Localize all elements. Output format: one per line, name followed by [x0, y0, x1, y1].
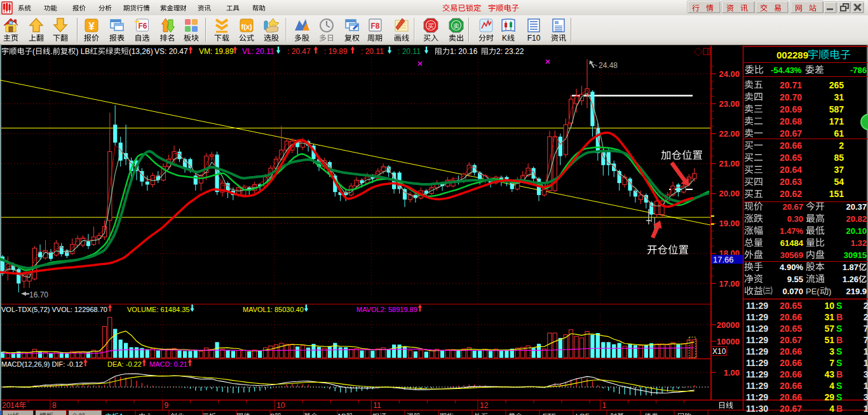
svg-text:11:29: 11:29 — [746, 381, 768, 391]
svg-text:¥: ¥ — [88, 20, 95, 32]
svg-text:23.00: 23.00 — [719, 99, 740, 109]
svg-text:11:29: 11:29 — [746, 392, 768, 402]
svg-text:MACD(12,26,9) DIF: -0.12: MACD(12,26,9) DIF: -0.12 — [1, 360, 83, 368]
svg-text:21.00: 21.00 — [719, 159, 740, 168]
svg-text:K: K — [502, 34, 507, 43]
svg-text:DEA: -0.22: DEA: -0.22 — [107, 360, 142, 368]
svg-text:1: 1 — [864, 346, 868, 357]
svg-text:29: 29 — [824, 392, 834, 402]
svg-text:0.070: 0.070 — [783, 287, 804, 296]
svg-text:30915: 30915 — [844, 250, 867, 260]
svg-text:F8: F8 — [371, 22, 380, 31]
svg-text:1: 20.16: 1: 20.16 — [450, 47, 478, 56]
svg-text:: 20.11: : 20.11 — [361, 47, 384, 56]
svg-text:20.66: 20.66 — [780, 392, 802, 402]
svg-text:AB: AB — [337, 412, 346, 415]
svg-text:) LB: ) LB — [76, 47, 90, 56]
svg-text:20.66: 20.66 — [780, 358, 802, 368]
svg-text:MAVOL2: 58919.89: MAVOL2: 58919.89 — [356, 306, 417, 313]
svg-text:171: 171 — [829, 116, 844, 126]
svg-text:: 20.47: : 20.47 — [287, 47, 311, 56]
svg-text:0.30: 0.30 — [787, 214, 803, 224]
svg-text:8: 8 — [52, 401, 57, 410]
svg-text:24.48: 24.48 — [599, 61, 618, 70]
svg-text:11:29: 11:29 — [746, 323, 768, 334]
svg-text:B: B — [270, 412, 275, 415]
svg-text:11:29: 11:29 — [746, 312, 768, 322]
svg-text:20.67: 20.67 — [780, 128, 802, 139]
svg-text:F6: F6 — [139, 22, 147, 31]
svg-text:20.67: 20.67 — [780, 404, 802, 414]
svg-text:B: B — [836, 404, 843, 414]
svg-text:11:30: 11:30 — [746, 404, 768, 414]
svg-text:f(x): f(x) — [241, 23, 252, 31]
svg-text:37: 37 — [834, 165, 844, 175]
svg-text:43: 43 — [824, 369, 834, 379]
svg-text:(13,26): (13,26) — [129, 47, 153, 56]
svg-text:MAVOL1: 85030.40: MAVOL1: 85030.40 — [243, 306, 304, 313]
svg-text:20.63: 20.63 — [780, 177, 802, 187]
svg-text:1.32: 1.32 — [851, 238, 867, 248]
svg-text:3: 3 — [829, 346, 834, 357]
svg-text:20.70: 20.70 — [780, 92, 802, 102]
svg-text:S: S — [836, 392, 842, 402]
svg-text:20.67: 20.67 — [780, 335, 802, 345]
svg-text:30569: 30569 — [780, 250, 803, 260]
svg-text:S: S — [836, 301, 842, 311]
svg-text:7: 7 — [829, 358, 834, 368]
svg-text:2014: 2014 — [2, 401, 19, 410]
svg-text:11: 11 — [373, 401, 381, 410]
svg-text:LOF: LOF — [576, 412, 590, 415]
svg-text:9.55: 9.55 — [787, 275, 803, 284]
svg-text:1: 1 — [864, 358, 868, 368]
svg-text:VL: 20.11: VL: 20.11 — [242, 47, 275, 56]
svg-text:S: S — [836, 358, 842, 368]
svg-text:S: S — [836, 381, 842, 391]
svg-text:4.90%: 4.90% — [780, 262, 803, 272]
svg-text:20.66: 20.66 — [780, 312, 802, 322]
svg-text:: 20.11: : 20.11 — [398, 47, 421, 56]
svg-text:X10: X10 — [712, 347, 726, 356]
svg-text:MACD: 0.21: MACD: 0.21 — [149, 360, 187, 368]
svg-text:219.9: 219.9 — [846, 287, 867, 296]
svg-text:587: 587 — [829, 104, 844, 114]
svg-text:4: 4 — [829, 381, 834, 391]
svg-text:51: 51 — [824, 335, 834, 345]
svg-text:20.65: 20.65 — [780, 153, 802, 163]
svg-text:11:29: 11:29 — [746, 301, 768, 311]
svg-text:1.00: 1.00 — [724, 368, 740, 378]
svg-text:20.00: 20.00 — [719, 189, 740, 198]
svg-text:61: 61 — [834, 128, 844, 139]
svg-text:): ) — [829, 287, 831, 296]
svg-text:10: 10 — [276, 401, 285, 410]
svg-text:1: 1 — [864, 404, 868, 414]
svg-text:20.66: 20.66 — [780, 346, 802, 357]
svg-text:10000: 10000 — [717, 337, 740, 346]
svg-text:7: 7 — [864, 323, 868, 334]
svg-text:31: 31 — [834, 92, 844, 102]
svg-text:1.87: 1.87 — [843, 262, 858, 272]
svg-text:12: 12 — [480, 401, 489, 410]
svg-text:A: A — [119, 412, 124, 415]
svg-text:11:29: 11:29 — [746, 335, 768, 345]
svg-text:265: 265 — [829, 80, 844, 90]
svg-text:20.64: 20.64 — [780, 165, 802, 175]
svg-text:S: S — [836, 323, 842, 334]
svg-text:S: S — [836, 346, 842, 357]
svg-text:002289: 002289 — [776, 50, 808, 60]
svg-text:31: 31 — [824, 312, 834, 322]
svg-text:17.66: 17.66 — [713, 255, 734, 264]
svg-text:20.37: 20.37 — [846, 202, 867, 212]
svg-text:20.66: 20.66 — [780, 381, 802, 391]
svg-text:2: 2 — [864, 312, 868, 322]
svg-text:57: 57 — [824, 323, 834, 334]
svg-text:VS: 20.47: VS: 20.47 — [154, 47, 188, 56]
svg-text:VOLUME: 61484.35: VOLUME: 61484.35 — [127, 306, 189, 313]
svg-text:11:29: 11:29 — [746, 369, 768, 379]
svg-text:22.00: 22.00 — [719, 129, 740, 139]
svg-text:61484: 61484 — [780, 238, 804, 248]
svg-text:VM: 19.89: VM: 19.89 — [199, 47, 234, 56]
svg-text:B: B — [836, 369, 843, 379]
svg-text:1: 1 — [602, 401, 607, 410]
svg-text:9: 9 — [165, 401, 169, 410]
